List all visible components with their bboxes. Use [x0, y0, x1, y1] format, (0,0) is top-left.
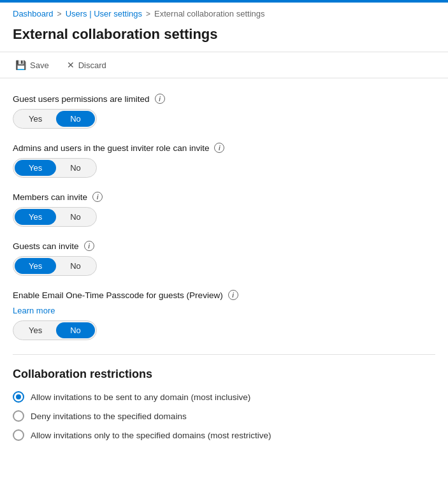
- setting-admins-invite: Admins and users in the guest inviter ro…: [13, 143, 435, 178]
- toggle-yes-members-invite[interactable]: Yes: [15, 209, 56, 225]
- discard-button[interactable]: ✕ Discard: [64, 59, 109, 71]
- info-icon-guests-invite[interactable]: i: [84, 241, 94, 251]
- radio-label-deny-specified: Deny invitations to the specified domain…: [31, 412, 187, 421]
- save-icon: 💾: [15, 60, 26, 70]
- breadcrumb: Dashboard > Users | User settings > Exte…: [0, 3, 448, 24]
- setting-email-otp: Enable Email One-Time Passcode for guest…: [13, 290, 435, 340]
- save-label: Save: [30, 61, 49, 70]
- toggle-yes-admins-invite[interactable]: Yes: [15, 160, 56, 176]
- toggle-guest-permissions: Yes No: [13, 109, 97, 129]
- info-icon-members-invite[interactable]: i: [92, 192, 103, 202]
- setting-label-guests-invite: Guests can invite i: [13, 241, 435, 251]
- toggle-no-email-otp[interactable]: No: [56, 322, 95, 338]
- page-title: External collaboration settings: [0, 24, 448, 52]
- radio-group-collaboration: Allow invitations to be sent to any doma…: [13, 391, 435, 441]
- save-button[interactable]: 💾 Save: [13, 59, 52, 71]
- toolbar: 💾 Save ✕ Discard: [0, 52, 448, 78]
- setting-label-guest-permissions: Guest users permissions are limited i: [13, 94, 435, 104]
- content-area: Guest users permissions are limited i Ye…: [0, 78, 448, 456]
- discard-icon: ✕: [67, 60, 75, 70]
- setting-label-email-otp: Enable Email One-Time Passcode for guest…: [13, 290, 435, 300]
- setting-members-invite: Members can invite i Yes No: [13, 192, 435, 227]
- radio-circle-deny-specified: [13, 410, 24, 422]
- toggle-no-admins-invite[interactable]: No: [56, 160, 95, 176]
- toggle-no-guests-invite[interactable]: No: [56, 258, 95, 274]
- breadcrumb-sep-1: >: [57, 10, 62, 18]
- toggle-members-invite: Yes No: [13, 207, 97, 227]
- setting-text-guest-permissions: Guest users permissions are limited: [13, 94, 150, 104]
- setting-text-guests-invite: Guests can invite: [13, 241, 79, 251]
- toggle-no-guest-permissions[interactable]: No: [56, 111, 95, 127]
- toggle-yes-email-otp[interactable]: Yes: [15, 322, 56, 338]
- setting-text-email-otp: Enable Email One-Time Passcode for guest…: [13, 290, 223, 300]
- toggle-yes-guest-permissions[interactable]: Yes: [15, 111, 56, 127]
- radio-label-allow-any: Allow invitations to be sent to any doma…: [31, 392, 250, 402]
- radio-deny-specified[interactable]: Deny invitations to the specified domain…: [13, 410, 435, 422]
- toggle-yes-guests-invite[interactable]: Yes: [15, 258, 56, 274]
- setting-label-members-invite: Members can invite i: [13, 192, 435, 202]
- discard-label: Discard: [78, 61, 106, 70]
- collaboration-restrictions-heading: Collaboration restrictions: [13, 368, 435, 381]
- setting-text-members-invite: Members can invite: [13, 192, 87, 202]
- breadcrumb-sep-2: >: [146, 10, 150, 18]
- radio-allow-any[interactable]: Allow invitations to be sent to any doma…: [13, 391, 435, 403]
- setting-text-admins-invite: Admins and users in the guest inviter ro…: [13, 143, 209, 153]
- section-divider: [13, 354, 435, 355]
- info-icon-guest-permissions[interactable]: i: [155, 94, 165, 104]
- toggle-admins-invite: Yes No: [13, 158, 97, 178]
- breadcrumb-current: External collaboration settings: [154, 9, 264, 18]
- toggle-email-otp: Yes No: [13, 320, 97, 340]
- setting-guests-invite: Guests can invite i Yes No: [13, 241, 435, 276]
- toggle-no-members-invite[interactable]: No: [56, 209, 95, 225]
- radio-allow-only-specified[interactable]: Allow invitations only to the specified …: [13, 429, 435, 441]
- breadcrumb-dashboard[interactable]: Dashboard: [13, 9, 54, 18]
- learn-more-link[interactable]: Learn more: [13, 306, 55, 315]
- radio-circle-allow-only-specified: [13, 429, 24, 441]
- radio-circle-allow-any: [13, 391, 24, 403]
- setting-label-admins-invite: Admins and users in the guest inviter ro…: [13, 143, 435, 153]
- info-icon-admins-invite[interactable]: i: [214, 143, 224, 153]
- breadcrumb-users[interactable]: Users | User settings: [66, 9, 142, 18]
- setting-guest-permissions: Guest users permissions are limited i Ye…: [13, 94, 435, 129]
- radio-label-allow-only-specified: Allow invitations only to the specified …: [31, 431, 271, 440]
- info-icon-email-otp[interactable]: i: [228, 290, 238, 300]
- toggle-guests-invite: Yes No: [13, 256, 97, 276]
